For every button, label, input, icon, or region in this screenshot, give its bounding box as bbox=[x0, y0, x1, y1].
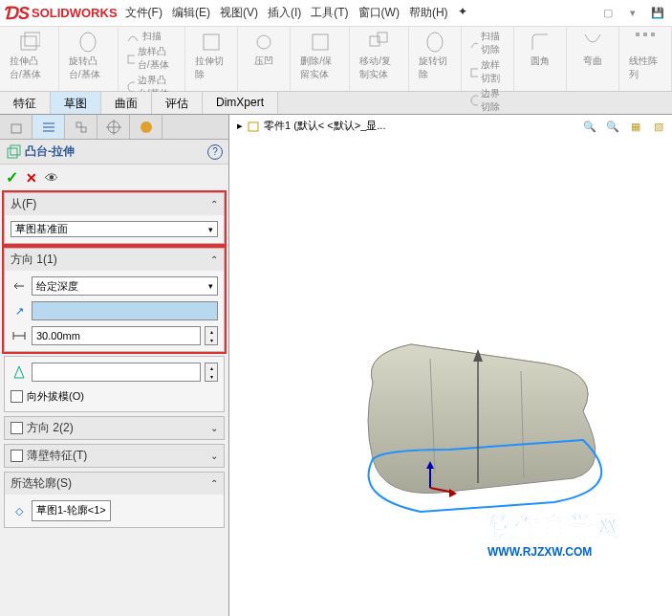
reverse-direction-icon[interactable] bbox=[11, 277, 28, 295]
menubar: ƊS SOLIDWORKS 文件(F) 编辑(E) 视图(V) 插入(I) 工具… bbox=[0, 0, 672, 27]
from-select[interactable]: 草图基准面 bbox=[11, 221, 218, 237]
ribbon-fillet[interactable]: 圆角 bbox=[520, 29, 560, 70]
move-copy-icon bbox=[368, 31, 391, 54]
ribbon-revolve-boss[interactable]: 旋转凸台/基体 bbox=[65, 29, 112, 83]
draft-input[interactable] bbox=[32, 363, 201, 382]
collapse-icon: ⌃ bbox=[210, 254, 218, 265]
ribbon-loft-cut[interactable]: 放样切割 bbox=[467, 57, 508, 86]
graphics-viewport[interactable]: ▸ 零件1 (默认< <默认>_显... 🔍 🔍 ▦ ▧ bbox=[229, 115, 672, 616]
direction2-header[interactable]: 方向 2(2) ⌄ bbox=[5, 417, 224, 439]
svg-rect-14 bbox=[643, 33, 647, 36]
zoom-fit-icon[interactable]: 🔍 bbox=[580, 117, 599, 136]
svg-rect-20 bbox=[76, 122, 81, 127]
boundary-cut-icon bbox=[469, 94, 478, 107]
svg-point-10 bbox=[427, 33, 443, 52]
menu-file[interactable]: 文件(F) bbox=[125, 5, 163, 21]
ribbon-extrude-cut[interactable]: 拉伸切除 bbox=[191, 29, 231, 83]
zoom-area-icon[interactable]: 🔍 bbox=[603, 117, 622, 136]
panel-tab-feature[interactable] bbox=[0, 115, 33, 139]
ribbon-move-copy[interactable]: 移动/复制实体 bbox=[356, 29, 402, 83]
from-header[interactable]: 从(F) ⌃ bbox=[5, 193, 224, 215]
depth-icon bbox=[11, 327, 28, 344]
crosshair-icon bbox=[106, 120, 121, 135]
tab-sketch[interactable]: 草图 bbox=[51, 92, 101, 114]
ribbon-boundary-cut[interactable]: 边界切除 bbox=[467, 86, 508, 115]
depth-spinner[interactable]: ▴▾ bbox=[205, 326, 218, 345]
ribbon-linear-pattern[interactable]: 线性阵列 bbox=[625, 29, 665, 83]
thin-checkbox[interactable] bbox=[11, 450, 23, 462]
help-icon[interactable]: ? bbox=[207, 144, 223, 160]
svg-point-6 bbox=[257, 35, 271, 49]
save-icon[interactable]: 💾 bbox=[647, 3, 668, 24]
loft-icon bbox=[126, 52, 135, 65]
menu-edit[interactable]: 编辑(E) bbox=[172, 5, 210, 21]
config-icon bbox=[74, 120, 89, 135]
tab-feature[interactable]: 特征 bbox=[0, 92, 51, 114]
draft-icon[interactable] bbox=[11, 363, 28, 381]
svg-rect-15 bbox=[651, 33, 655, 36]
display-style-icon[interactable]: ▧ bbox=[649, 117, 668, 136]
preview-button[interactable]: 👁 bbox=[45, 170, 58, 186]
contour-header[interactable]: 所选轮廓(S) ⌃ bbox=[5, 473, 224, 495]
view-orient-icon[interactable]: ▦ bbox=[626, 117, 645, 136]
feature-title-bar: 凸台-拉伸 ? bbox=[0, 140, 228, 165]
part-icon bbox=[247, 120, 260, 133]
direction-vector-input[interactable] bbox=[32, 301, 218, 320]
tab-surface[interactable]: 曲面 bbox=[101, 92, 152, 114]
draft-spinner[interactable]: ▴▾ bbox=[205, 363, 218, 382]
watermark-title: 软件自学网 bbox=[488, 509, 621, 545]
menu-view[interactable]: 视图(V) bbox=[220, 5, 258, 21]
ok-button[interactable]: ✓ bbox=[6, 168, 18, 187]
new-icon[interactable]: ▢ bbox=[597, 3, 618, 24]
tab-evaluate[interactable]: 评估 bbox=[152, 92, 203, 114]
ribbon-sweep-cut[interactable]: 扫描切除 bbox=[467, 29, 508, 57]
direction1-header[interactable]: 方向 1(1) ⌃ bbox=[5, 249, 224, 271]
open-icon[interactable]: ▾ bbox=[622, 3, 643, 24]
menu-insert[interactable]: 插入(I) bbox=[268, 5, 301, 21]
main-area: 凸台-拉伸 ? ✓ ✕ 👁 从(F) ⌃ 草图基准面 方向 1(1) ⌃ bbox=[0, 115, 672, 616]
thin-header[interactable]: 薄壁特征(T) ⌄ bbox=[5, 445, 224, 467]
draft-outward-label: 向外拔模(O) bbox=[27, 389, 84, 404]
depth-input[interactable]: 30.00mm bbox=[32, 326, 201, 345]
menu-window[interactable]: 窗口(W) bbox=[358, 5, 400, 21]
ribbon-revolve-cut[interactable]: 旋转切除 bbox=[415, 29, 455, 83]
ribbon-hole[interactable]: 压凹 bbox=[244, 29, 284, 70]
panel-tab-config[interactable] bbox=[65, 115, 98, 139]
thin-section: 薄壁特征(T) ⌄ bbox=[4, 444, 225, 468]
watermark: 软件自学网 WWW.RJZXW.COM bbox=[488, 509, 621, 559]
menu-search-icon[interactable]: ✦ bbox=[458, 5, 467, 21]
panel-tab-appearance[interactable] bbox=[130, 115, 163, 139]
direction2-section: 方向 2(2) ⌄ bbox=[4, 416, 225, 440]
direction-arrow-icon[interactable]: ↗ bbox=[11, 302, 28, 319]
tab-dimxpert[interactable]: DimXpert bbox=[203, 92, 278, 114]
expand-tree-icon[interactable]: ▸ bbox=[237, 120, 243, 132]
svg-rect-31 bbox=[249, 122, 258, 131]
fillet-icon bbox=[529, 31, 552, 54]
svg-point-2 bbox=[80, 33, 96, 52]
end-condition-select[interactable]: 给定深度 bbox=[32, 276, 218, 296]
panel-tab-dim[interactable] bbox=[98, 115, 130, 139]
part-name: 零件1 (默认< <默认>_显... bbox=[264, 119, 385, 133]
ribbon-delete-keep[interactable]: 删除/保留实体 bbox=[296, 29, 343, 83]
feature-breadcrumb[interactable]: ▸ 零件1 (默认< <默认>_显... bbox=[237, 119, 385, 133]
svg-rect-3 bbox=[128, 55, 135, 63]
ribbon-loft[interactable]: 放样凸台/基体 bbox=[124, 44, 180, 73]
svg-rect-26 bbox=[8, 148, 17, 158]
menu-tools[interactable]: 工具(T) bbox=[311, 5, 348, 21]
ribbon-chamfer[interactable]: 弯曲 bbox=[573, 29, 613, 70]
draft-outward-checkbox[interactable] bbox=[11, 390, 23, 403]
panel-tab-property[interactable] bbox=[33, 115, 65, 139]
svg-rect-21 bbox=[81, 127, 86, 132]
ribbon-extrude-boss[interactable]: 拉伸凸台/基体 bbox=[6, 29, 53, 83]
ribbon-sweep[interactable]: 扫描 bbox=[124, 29, 180, 44]
feature-actions: ✓ ✕ 👁 bbox=[0, 165, 228, 190]
extrude-feature-icon bbox=[6, 144, 21, 160]
chamfer-icon bbox=[581, 31, 604, 54]
cancel-button[interactable]: ✕ bbox=[26, 170, 37, 186]
menu-help[interactable]: 帮助(H) bbox=[409, 5, 448, 21]
list-icon bbox=[41, 120, 56, 135]
direction2-checkbox[interactable] bbox=[11, 422, 23, 434]
contour-list[interactable]: 草图1-轮廓<1> bbox=[32, 500, 111, 521]
panel-tabs bbox=[0, 115, 228, 140]
svg-rect-13 bbox=[636, 33, 639, 36]
